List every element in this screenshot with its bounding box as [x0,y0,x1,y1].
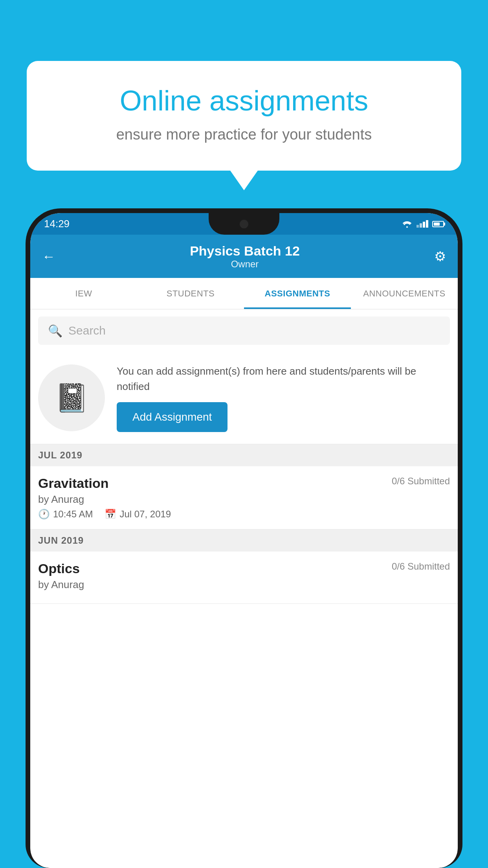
wifi-icon [402,220,413,228]
assignment-submitted: 0/6 Submitted [392,476,450,487]
assignment-name: Gravitation [38,476,108,491]
speech-bubble-box: Online assignments ensure more practice … [27,61,461,171]
add-assignment-button[interactable]: Add Assignment [117,402,227,432]
assignment-meta: 🕐 10:45 AM 📅 Jul 07, 2019 [38,509,450,520]
tab-announcements[interactable]: ANNOUNCEMENTS [351,278,458,309]
assignment-date: 📅 Jul 07, 2019 [105,509,171,520]
assignment-author: by Anurag [38,493,450,506]
tab-students[interactable]: STUDENTS [137,278,244,309]
notebook-icon: 📓 [55,382,89,414]
assignment-submitted-optics: 0/6 Submitted [392,561,450,572]
phone-screen: 14:29 [30,213,458,868]
status-icons [402,220,444,228]
app-header: ← Physics Batch 12 Owner ⚙ [30,235,458,278]
back-button[interactable]: ← [42,249,55,264]
phone-notch [209,213,279,235]
add-assignment-content: You can add assignment(s) from here and … [117,364,450,432]
speech-bubble-arrow [230,171,258,190]
signal-bars-icon [416,220,428,228]
batch-role: Owner [190,259,300,270]
section-header-jul: JUL 2019 [30,444,458,466]
speech-bubble: Online assignments ensure more practice … [27,61,461,190]
search-bar-wrapper: 🔍 Search [30,309,458,352]
status-time: 14:29 [44,218,70,230]
search-bar[interactable]: 🔍 Search [38,316,450,345]
phone-frame: 14:29 [26,208,462,868]
settings-icon[interactable]: ⚙ [434,248,446,264]
camera-dot [240,220,248,228]
assignment-icon-circle: 📓 [38,364,105,431]
assignment-time: 🕐 10:45 AM [38,509,93,520]
assignment-item-optics[interactable]: Optics 0/6 Submitted by Anurag [30,552,458,604]
tab-iew[interactable]: IEW [30,278,137,309]
speech-bubble-title: Online assignments [54,85,434,117]
assignment-item-gravitation[interactable]: Gravitation 0/6 Submitted by Anurag 🕐 10… [30,466,458,530]
assignment-name-optics: Optics [38,561,80,576]
tabs-bar: IEW STUDENTS ASSIGNMENTS ANNOUNCEMENTS [30,278,458,309]
section-header-jun: JUN 2019 [30,530,458,552]
assignment-author-optics: by Anurag [38,579,450,591]
search-icon: 🔍 [48,324,62,338]
search-placeholder: Search [68,324,106,337]
header-title-block: Physics Batch 12 Owner [190,243,300,270]
speech-bubble-subtitle: ensure more practice for your students [54,126,434,143]
assignment-row-top: Gravitation 0/6 Submitted [38,476,450,491]
phone-inner: 14:29 [30,213,458,868]
batch-name: Physics Batch 12 [190,243,300,259]
add-assignment-section: 📓 You can add assignment(s) from here an… [30,352,458,444]
battery-icon [432,221,444,227]
calendar-icon: 📅 [105,509,116,520]
tab-assignments[interactable]: ASSIGNMENTS [244,278,351,309]
assignment-row-top-optics: Optics 0/6 Submitted [38,561,450,576]
add-assignment-description: You can add assignment(s) from here and … [117,364,450,394]
clock-icon: 🕐 [38,509,50,520]
